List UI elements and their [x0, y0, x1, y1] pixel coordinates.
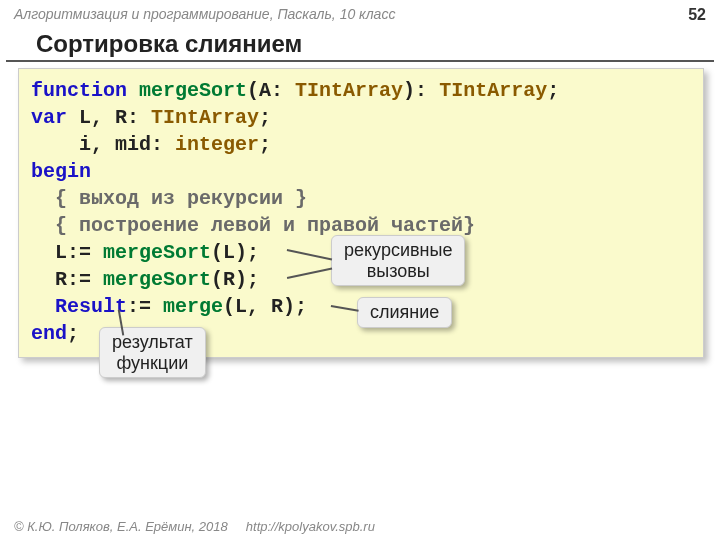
slide-title: Сортировка слиянием	[6, 26, 714, 62]
callout-merge: слияние	[357, 297, 452, 328]
slide-footer: © К.Ю. Поляков, Е.А. Ерёмин, 2018 http:/…	[14, 519, 375, 534]
page-number: 52	[688, 6, 706, 24]
code-line: var L, R: TIntArray;	[31, 104, 691, 131]
callout-result: результат функции	[99, 327, 206, 378]
code-line: { выход из рекурсии }	[31, 185, 691, 212]
slide-header: Алгоритмизация и программирование, Паска…	[0, 0, 720, 26]
code-line: begin	[31, 158, 691, 185]
course-name: Алгоритмизация и программирование, Паска…	[14, 6, 395, 24]
code-block: function mergeSort(A: TIntArray): TIntAr…	[18, 68, 704, 358]
code-line: function mergeSort(A: TIntArray): TIntAr…	[31, 77, 691, 104]
copyright: © К.Ю. Поляков, Е.А. Ерёмин, 2018	[14, 519, 228, 534]
callout-recursive: рекурсивные вызовы	[331, 235, 465, 286]
code-line: i, mid: integer;	[31, 131, 691, 158]
footer-url: http://kpolyakov.spb.ru	[246, 519, 375, 534]
